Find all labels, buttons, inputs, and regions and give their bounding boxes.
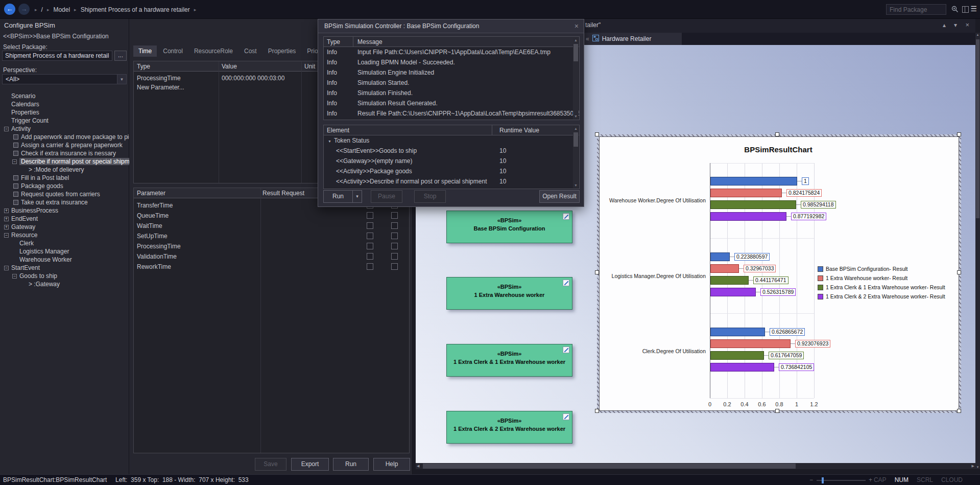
search-plus-icon[interactable] (951, 5, 959, 15)
checkbox[interactable] (367, 212, 373, 219)
collapse-icon[interactable]: − (12, 274, 17, 279)
horizontal-scrollbar[interactable]: ◀ ▶ (416, 463, 975, 469)
tree-item-fill-post-label[interactable]: Fill in a Post label (0, 174, 129, 182)
token-status-group-row[interactable]: ▼Token Status (324, 135, 579, 146)
selection-handle[interactable] (595, 132, 599, 136)
tab-resourcerole[interactable]: ResourceRole (189, 45, 238, 57)
chevrons-left-icon[interactable]: « (586, 35, 589, 42)
scrollbar-thumb[interactable] (573, 132, 578, 147)
runtime-row[interactable]: <<Activity>>Describe if normal post or s… (324, 176, 579, 187)
tree-item-properties[interactable]: Properties (0, 108, 129, 117)
column-unit[interactable]: Unit (304, 61, 315, 72)
zoom-out-icon[interactable]: − (809, 475, 813, 485)
selection-handle[interactable] (775, 132, 779, 136)
tab-cost[interactable]: Cost (239, 45, 262, 57)
scroll-down-icon[interactable]: ▼ (975, 466, 980, 469)
selection-handle[interactable] (595, 270, 599, 274)
tree-item-clerk[interactable]: Clerk (0, 239, 129, 247)
log-row[interactable]: InfoSimulation Result Generated. (324, 98, 579, 108)
selection-handle[interactable] (957, 270, 961, 274)
close-icon[interactable]: × (575, 19, 579, 33)
selection-handle[interactable] (775, 409, 779, 413)
pause-button[interactable]: Pause (371, 190, 402, 203)
chevron-down-icon[interactable]: ▾ (117, 75, 126, 84)
runtime-row[interactable]: <<Gateway>>(empty name)10 (324, 156, 579, 166)
zoom-slider[interactable]: − + (809, 475, 876, 485)
tab-time[interactable]: Time (133, 45, 157, 57)
menu-icon[interactable]: ☰ (970, 5, 977, 13)
tree-item-resource[interactable]: −Resource (0, 231, 129, 239)
column-parameter[interactable]: Parameter (137, 188, 165, 198)
log-row[interactable]: InfoLoading BPMN Model - Succeeded. (324, 57, 579, 67)
log-row[interactable]: InfoSimulation Engine Initialized (324, 67, 579, 78)
tree-item-gateway[interactable]: +Gateway (0, 223, 129, 231)
checkbox[interactable] (391, 263, 398, 270)
scroll-down-icon[interactable]: ▼ (573, 113, 579, 119)
tab-hardware-retailer[interactable]: « Hardware Retailer (582, 33, 682, 45)
tree-item-describe-shipment[interactable]: −Describe if normal post or special ship… (0, 157, 129, 166)
checkbox[interactable] (367, 263, 373, 270)
expand-icon[interactable]: + (4, 225, 9, 229)
chevron-down-icon[interactable]: ▾ (954, 21, 957, 29)
vertical-scrollbar[interactable]: ▲ ▼ (975, 33, 980, 469)
breadcrumb-root[interactable]: / (41, 6, 43, 13)
tree-item-gateway-child[interactable]: > :Gateway (0, 280, 129, 288)
tree-item-add-paperwork[interactable]: Add paperwork and move package to pick a… (0, 133, 129, 141)
find-package-input[interactable] (886, 4, 946, 15)
tree-item-calendars[interactable]: Calendars (0, 100, 129, 108)
breadcrumb-package[interactable]: Shipment Process of a hardware retailer (81, 6, 190, 13)
selection-handle[interactable] (957, 132, 961, 136)
node-1-extra-warehouse-worker[interactable]: «BPSim» 1 Extra Warehouse worker (446, 277, 572, 310)
column-runtime-value[interactable]: Runtime Value (492, 125, 579, 135)
runtime-row[interactable]: <<StartEvent>>Goods to ship10 (324, 146, 579, 156)
collapse-icon[interactable]: − (4, 266, 9, 270)
checkbox[interactable] (367, 233, 373, 239)
checkbox[interactable] (367, 253, 373, 260)
column-element[interactable]: Element (324, 125, 492, 135)
scrollbar-thumb[interactable] (423, 464, 796, 469)
checkbox[interactable] (367, 222, 373, 229)
forward-button[interactable]: → (18, 4, 30, 15)
expand-icon[interactable]: + (4, 217, 9, 221)
chevron-down-icon[interactable]: ▾ (352, 191, 362, 202)
tree-item-goods-to-ship[interactable]: −Goods to ship (0, 272, 129, 280)
checkbox[interactable] (391, 222, 398, 229)
vertical-scrollbar[interactable]: ▲ ▼ (573, 37, 579, 119)
collapse-icon[interactable]: − (4, 233, 9, 238)
zoom-in-icon[interactable]: + (869, 475, 872, 485)
slider-thumb[interactable] (822, 477, 824, 483)
column-type[interactable]: Type (137, 61, 150, 72)
scroll-right-icon[interactable]: ▶ (972, 463, 974, 469)
tree-item-mode-of-delivery[interactable]: > :Mode of delievery (0, 166, 129, 174)
checkbox[interactable] (391, 233, 398, 239)
column-type[interactable]: Type (324, 37, 353, 47)
collapse-icon[interactable]: − (12, 159, 17, 164)
checkbox[interactable] (391, 243, 398, 249)
param-value-cell[interactable]: 000:000:000 000:03:00 (222, 74, 284, 83)
bpsim-result-chart[interactable]: BPSimResultChart 00.20.40.60.811.2Wareho… (597, 134, 961, 413)
scroll-down-icon[interactable]: ▼ (573, 182, 579, 188)
log-row[interactable]: InfoSimulation Finished. (324, 88, 579, 98)
layout-icon[interactable] (962, 6, 969, 14)
selection-handle[interactable] (957, 409, 961, 413)
tree-item-package-goods[interactable]: Package goods (0, 182, 129, 190)
runtime-row[interactable]: <<Activity>>Package goods10 (324, 166, 579, 176)
log-row[interactable]: InfoInput File Path:C:\Users\CNIPPR~1\Ap… (324, 47, 579, 57)
tree-item-businessprocess[interactable]: +BusinessProcess (0, 206, 129, 215)
browse-button[interactable]: ... (114, 51, 127, 61)
checkbox[interactable] (391, 212, 398, 219)
slider-track[interactable] (817, 480, 866, 481)
collapse-icon[interactable]: − (4, 127, 9, 131)
node-1-clerk-2-warehouse-worker[interactable]: «BPSim» 1 Extra Clerk & 2 Extra Warehous… (446, 411, 572, 444)
new-parameter-row[interactable]: New Parameter... (137, 83, 184, 92)
tab-control[interactable]: Control (158, 45, 188, 57)
tree-item-endevent[interactable]: +EndEvent (0, 215, 129, 223)
close-icon[interactable]: × (965, 21, 969, 29)
log-row[interactable]: InfoResult File Path:C:\Users\CNIPPR~1\A… (324, 108, 579, 119)
tree-item-startevent[interactable]: −StartEvent (0, 264, 129, 272)
param-type-cell[interactable]: ProcessingTime (137, 74, 181, 83)
column-value[interactable]: Value (222, 61, 237, 72)
expand-icon[interactable]: + (4, 209, 9, 213)
perspective-dropdown[interactable]: <All> ▾ (2, 74, 127, 84)
column-result-request[interactable]: Result Request (262, 188, 304, 198)
